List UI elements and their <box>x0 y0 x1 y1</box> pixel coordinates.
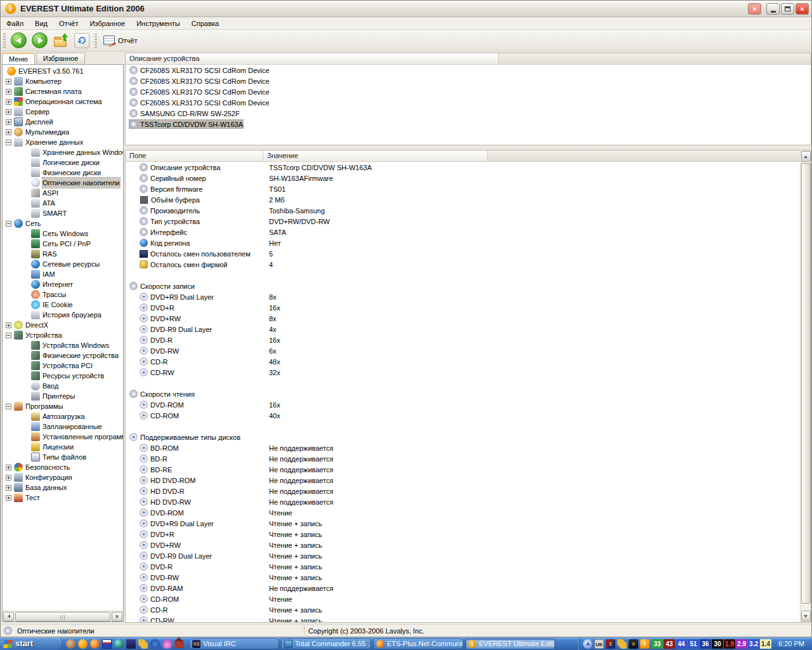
table-row[interactable]: DVD+R16x <box>126 302 800 313</box>
brush-icon[interactable] <box>138 639 148 649</box>
sidebar-item[interactable]: Физические диски <box>3 168 123 178</box>
sidebar-item[interactable]: Трассы <box>3 289 123 300</box>
table-row[interactable]: HD DVD-RНе поддерживается <box>126 486 800 496</box>
table-row[interactable]: Версия firmwareTS01 <box>126 183 800 194</box>
sidebar-item[interactable]: +Конфигурация <box>3 472 123 482</box>
table-row[interactable]: DVD-R9 Dual LayerЧтение + запись <box>126 550 800 561</box>
sensor-badge[interactable]: 1.9 <box>724 639 735 649</box>
sidebar-item[interactable]: −Программы <box>3 401 123 411</box>
minimize-button[interactable] <box>766 3 780 15</box>
scroll-left-button[interactable] <box>3 612 14 621</box>
expander-minus-icon[interactable]: − <box>6 404 11 409</box>
sidebar-item[interactable]: Ресурсы устройств <box>3 371 123 381</box>
expander-plus-icon[interactable]: + <box>6 119 11 125</box>
expander-plus-icon[interactable]: + <box>6 99 11 105</box>
sidebar-item[interactable]: Принтеры <box>3 391 123 401</box>
sidebar-item[interactable]: +Компьютер <box>3 76 123 86</box>
table-row[interactable]: DVD-RWЧтение + запись <box>126 572 800 583</box>
expander-minus-icon[interactable]: − <box>6 221 11 227</box>
table-row[interactable]: DVD-RAMНе поддерживается <box>126 583 800 594</box>
emule-icon[interactable] <box>66 639 75 649</box>
table-row[interactable]: DVD+R9 Dual Layer8x <box>126 291 800 302</box>
expander-plus-icon[interactable]: + <box>6 129 11 135</box>
sidebar-item[interactable]: IE Cookie <box>3 300 123 310</box>
restore-button[interactable] <box>781 3 794 15</box>
sensor-badge[interactable]: 30 <box>712 639 723 649</box>
device-description-column-header[interactable]: Описание устройства <box>126 53 499 64</box>
table-row[interactable]: CD-RW32x <box>126 367 800 378</box>
expander-plus-icon[interactable]: + <box>6 79 11 84</box>
table-row[interactable]: CD-R48x <box>126 356 800 367</box>
expander-plus-icon[interactable]: + <box>6 485 11 491</box>
value-column-header[interactable]: Значение <box>263 150 488 161</box>
table-row[interactable]: DVD+R9 Dual LayerЧтение + запись <box>126 518 800 529</box>
house-icon[interactable] <box>174 641 184 648</box>
sidebar-item[interactable]: ASPI <box>3 188 123 198</box>
device-list-item[interactable]: SAMSUNG CD-R/RW SW-252F <box>126 108 811 119</box>
close-to-tray-button[interactable]: × <box>748 3 761 15</box>
report-button[interactable]: Отчёт <box>100 34 141 46</box>
sensor-badge[interactable]: 43 <box>664 639 675 649</box>
sensor-badge[interactable]: 44 <box>676 639 687 649</box>
tab-favorites[interactable]: Избранное <box>36 53 86 65</box>
table-row[interactable]: BD-RНе поддерживается <box>126 453 800 464</box>
everest-icon[interactable] <box>78 639 88 649</box>
close-button[interactable]: × <box>796 3 809 15</box>
table-row[interactable]: DVD+RW8x <box>126 313 800 324</box>
expander-plus-icon[interactable]: + <box>6 465 11 470</box>
alcohol-icon[interactable]: A <box>583 639 593 649</box>
sidebar-horizontal-scrollbar[interactable] <box>3 611 123 621</box>
back-button[interactable] <box>11 32 27 48</box>
everest-tray-icon[interactable]: i <box>640 639 650 649</box>
menu-item[interactable]: Справка <box>186 18 225 29</box>
firefox-icon[interactable] <box>90 639 100 649</box>
sidebar-item[interactable]: +Сервер <box>3 107 123 117</box>
table-row[interactable]: DVD-RW6x <box>126 345 800 356</box>
sidebar-item[interactable]: Типы файлов <box>3 452 123 462</box>
lang-indicator[interactable]: UK <box>594 639 604 649</box>
table-row[interactable]: ПроизводительToshiba-Samsung <box>126 205 800 216</box>
brush-tray-icon[interactable] <box>617 639 627 649</box>
table-row[interactable]: DVD+RWЧтение + запись <box>126 540 800 550</box>
sidebar-item[interactable]: Логические диски <box>3 157 123 168</box>
sidebar-item[interactable]: Физические устройства <box>3 350 123 361</box>
sensor-badge[interactable]: 51 <box>688 639 699 649</box>
table-row[interactable]: DVD-ROMЧтение <box>126 507 800 518</box>
table-row[interactable]: Объём буфера2 Мб <box>126 194 800 205</box>
device-list-item[interactable]: CF2608S XLR317O SCSI CdRom Device <box>126 97 811 108</box>
table-row[interactable]: CD-ROM40x <box>126 410 800 421</box>
filezilla-icon[interactable]: Z <box>606 639 615 649</box>
task-button[interactable]: Total Commander 6.55 ... <box>281 639 371 649</box>
task-button[interactable]: V2Visual IRC <box>189 639 279 649</box>
tab-menu[interactable]: Меню <box>2 53 35 65</box>
sensor-badge[interactable]: 36 <box>700 639 711 649</box>
vertical-scroll-thumb[interactable] <box>801 163 811 604</box>
sidebar-item[interactable]: IAM <box>3 269 123 279</box>
sidebar-item[interactable]: +Безопасность <box>3 462 123 472</box>
task-button[interactable]: iEVEREST Ultimate Edition <box>465 639 555 649</box>
sidebar-item[interactable]: Ввод <box>3 381 123 391</box>
sidebar-item[interactable]: Лицензии <box>3 442 123 452</box>
group-row[interactable]: Скорости чтения <box>126 388 800 399</box>
expander-plus-icon[interactable]: + <box>6 322 11 328</box>
group-row[interactable]: Скорости записи <box>126 281 800 291</box>
sidebar-item[interactable]: +Системная плата <box>3 86 123 96</box>
sidebar-item[interactable]: +Операционная система <box>3 96 123 107</box>
table-row[interactable]: DVD+RЧтение + запись <box>126 529 800 540</box>
field-column-header[interactable]: Поле <box>126 150 263 161</box>
task-button[interactable]: ETS-Plus.Net-Communit... <box>373 639 463 649</box>
device-list-item[interactable]: CF2608S XLR317O SCSI CdRom Device <box>126 65 811 76</box>
sidebar-item[interactable]: Устройства Windows <box>3 340 123 350</box>
sidebar-item[interactable]: Хранение данных Windows <box>3 147 123 157</box>
expander-plus-icon[interactable]: + <box>6 89 11 95</box>
table-row[interactable]: HD DVD-ROMНе поддерживается <box>126 475 800 486</box>
up-level-button[interactable] <box>53 33 69 48</box>
sidebar-item[interactable]: Оптические накопители <box>3 178 123 188</box>
lightning-icon[interactable] <box>150 639 160 649</box>
table-row[interactable]: HD DVD-RWНе поддерживается <box>126 496 800 507</box>
sidebar-item[interactable]: Сетевые ресурсы <box>3 259 123 269</box>
table-row[interactable]: CD-RЧтение + запись <box>126 604 800 615</box>
floppy-icon[interactable] <box>102 639 112 649</box>
table-row[interactable]: Код регионаНет <box>126 237 800 248</box>
scroll-right-button[interactable] <box>112 612 122 621</box>
